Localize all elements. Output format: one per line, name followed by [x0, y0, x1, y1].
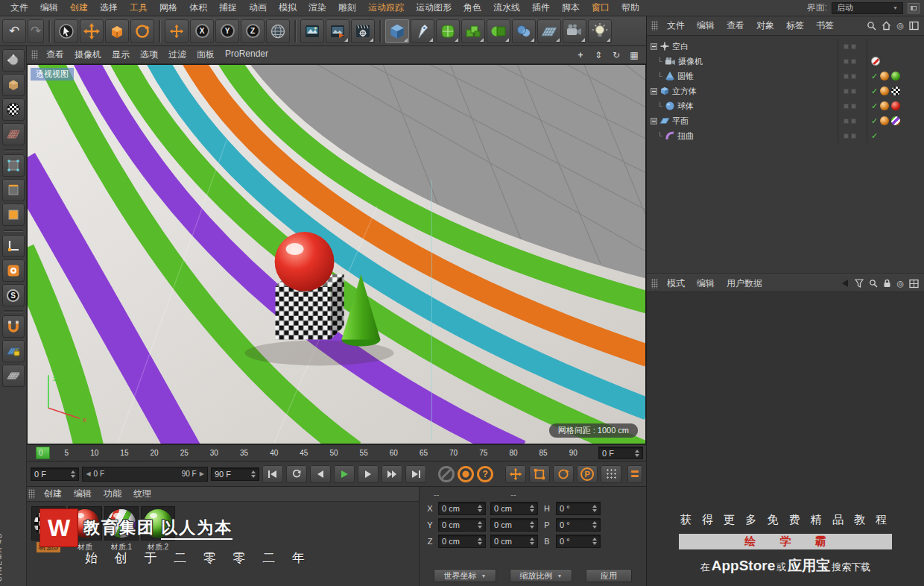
current-frame-box[interactable]: 0 F: [598, 447, 643, 459]
phong-tag-icon[interactable]: [880, 101, 889, 110]
material-tag-icon[interactable]: [891, 72, 900, 81]
search-icon[interactable]: [867, 21, 876, 31]
rotate-view-icon[interactable]: ↻: [610, 51, 622, 60]
menubar-item[interactable]: 捕捉: [213, 1, 243, 14]
points-mode-button[interactable]: [2, 154, 25, 177]
search-icon[interactable]: [869, 279, 878, 288]
menubar-item[interactable]: 动画: [243, 1, 273, 14]
viewport-menu-item[interactable]: 查看: [41, 48, 69, 61]
size-field[interactable]: 0 cm: [490, 535, 538, 548]
goto-start-button[interactable]: [262, 465, 283, 483]
menubar-item[interactable]: 角色: [458, 1, 487, 14]
play-loop-button[interactable]: [286, 465, 307, 483]
material-menu-item[interactable]: 编辑: [68, 488, 98, 500]
edges-mode-button[interactable]: [2, 179, 25, 201]
viewport-menu-item[interactable]: ProRender: [220, 48, 273, 61]
autokey-off-button[interactable]: [438, 466, 455, 482]
panel-drag-handle[interactable]: [651, 21, 658, 31]
end-frame-field[interactable]: 90 F: [211, 467, 259, 481]
timeline-options-button[interactable]: [627, 465, 642, 483]
add-spline-pen-button[interactable]: [411, 19, 434, 43]
add-array-generator-button[interactable]: [461, 19, 485, 43]
phong-tag-icon[interactable]: [880, 116, 889, 125]
object-row[interactable]: └ 圆锥 ✓: [647, 69, 924, 84]
rotation-field[interactable]: 0 °: [556, 502, 601, 515]
material-item[interactable]: 材质.1: [104, 506, 139, 552]
panel-drag-handle[interactable]: [651, 279, 658, 289]
rotation-field[interactable]: 0 °: [556, 518, 601, 532]
add-metaball-button[interactable]: [512, 19, 536, 43]
visibility-dot[interactable]: [844, 119, 849, 124]
visibility-dot[interactable]: [844, 74, 849, 79]
material-menu-item[interactable]: 功能: [98, 488, 127, 500]
snap-toggle-button[interactable]: [2, 259, 25, 282]
attribute-manager-menu-item[interactable]: 用户数据: [721, 277, 768, 290]
collapse-icon[interactable]: [651, 88, 657, 95]
key-parameter-button[interactable]: P: [577, 465, 598, 483]
object-row[interactable]: └ 扭曲 ✓: [647, 128, 924, 143]
zoom-view-icon[interactable]: ⇕: [592, 51, 604, 60]
scale-mode-dropdown[interactable]: 缩放比例▼: [510, 569, 572, 582]
keyframe-selection-button[interactable]: [601, 465, 621, 483]
x-axis-lock-button[interactable]: X: [190, 19, 214, 43]
object-manager-menu-item[interactable]: 文件: [661, 19, 691, 32]
menubar-item[interactable]: 帮助: [616, 1, 645, 14]
object-manager-menu-item[interactable]: 编辑: [691, 19, 721, 32]
rotation-field[interactable]: 0 °: [556, 535, 601, 548]
menubar-item[interactable]: 选择: [94, 1, 124, 14]
position-header[interactable]: --: [434, 490, 439, 499]
visibility-dot[interactable]: [844, 133, 849, 139]
visibility-dot[interactable]: [851, 59, 856, 64]
current-frame-field[interactable]: 0 F: [31, 467, 79, 481]
menubar-item[interactable]: 运动跟踪: [362, 1, 410, 14]
quantize-settings-button[interactable]: S: [2, 284, 25, 306]
visibility-dot[interactable]: [844, 89, 849, 94]
collapse-icon[interactable]: [651, 118, 657, 125]
object-row[interactable]: 立方体 ✓: [647, 84, 924, 98]
end-frame-stepper[interactable]: [248, 470, 256, 478]
attribute-manager-menu-item[interactable]: 模式: [661, 277, 691, 290]
perspective-viewport[interactable]: z x 透视视图 网格间距 : 1000 cm: [27, 64, 646, 444]
keying-help-button[interactable]: ?: [477, 466, 493, 482]
pan-view-icon[interactable]: +: [575, 51, 586, 60]
material-item[interactable]: 材质: [68, 506, 102, 552]
history-back-icon[interactable]: [841, 279, 849, 288]
add-camera-button[interactable]: [563, 19, 586, 43]
collapse-icon[interactable]: [651, 43, 657, 50]
enabled-check-icon[interactable]: ✓: [871, 72, 878, 81]
enabled-check-icon[interactable]: ✓: [871, 132, 878, 140]
interface-select[interactable]: 启动 ▼: [832, 2, 903, 14]
object-row[interactable]: └ 球体 ✓: [647, 98, 924, 113]
lock-icon[interactable]: [883, 279, 891, 288]
target-icon[interactable]: ◎: [896, 279, 904, 289]
visibility-dot[interactable]: [844, 104, 849, 109]
workplane-mode-button[interactable]: [2, 123, 25, 145]
object-row[interactable]: 空白: [647, 39, 924, 54]
texture-mode-button[interactable]: [2, 98, 25, 121]
visibility-dot[interactable]: [851, 133, 856, 139]
viewport-menu-item[interactable]: 显示: [107, 48, 135, 61]
rotate-tool-button[interactable]: [130, 19, 154, 43]
visibility-dot[interactable]: [851, 44, 856, 49]
toggle-view-icon[interactable]: ▦: [628, 51, 640, 60]
workplane-lock-button[interactable]: [2, 340, 25, 362]
play-button[interactable]: [334, 465, 355, 483]
menubar-item[interactable]: 模拟: [273, 1, 303, 14]
add-light-button[interactable]: [588, 19, 612, 43]
last-tool-button[interactable]: [165, 19, 189, 43]
next-frame-button[interactable]: [358, 465, 379, 483]
size-field[interactable]: 0 cm: [490, 502, 538, 515]
panel-drag-handle[interactable]: [28, 489, 35, 499]
object-manager-menu-item[interactable]: 查看: [721, 19, 750, 32]
object-row[interactable]: └ 摄像机: [647, 54, 924, 69]
fast-forward-button[interactable]: [382, 465, 402, 483]
coordinate-system-button[interactable]: [266, 19, 290, 43]
phong-tag-icon[interactable]: [880, 72, 889, 81]
y-axis-lock-button[interactable]: Y: [215, 19, 239, 43]
enable-axis-button[interactable]: [2, 235, 25, 257]
attribute-manager-menu-item[interactable]: 编辑: [691, 277, 721, 290]
redo-button[interactable]: ↷: [28, 19, 44, 43]
enabled-check-icon[interactable]: ✓: [871, 102, 878, 110]
layout-switch-button[interactable]: [908, 3, 920, 13]
visibility-dot[interactable]: [851, 89, 856, 94]
